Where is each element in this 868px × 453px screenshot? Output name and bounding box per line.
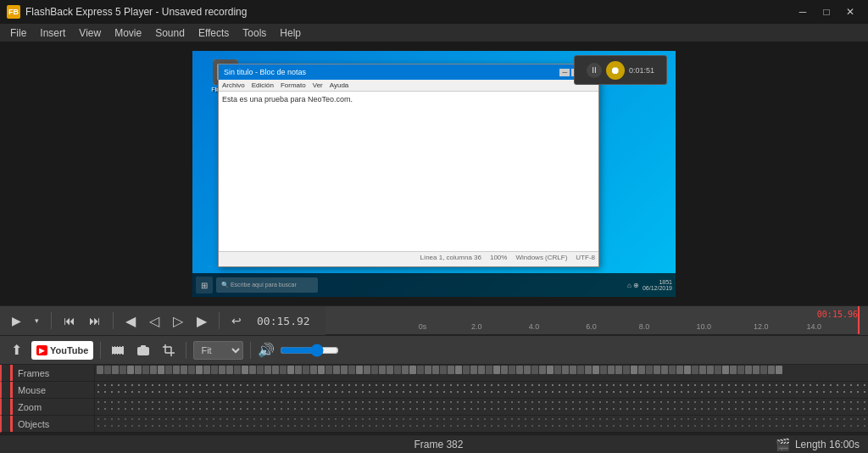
svg-rect-4 (120, 344, 122, 347)
close-button[interactable]: ✕ (839, 3, 861, 20)
notepad-window: Sin titulo - Bloc de notas ─ □ ✕ Archivo… (218, 64, 599, 267)
frame-block (242, 366, 248, 374)
frame-block (348, 366, 355, 374)
frame-block (593, 366, 599, 374)
separator-2 (113, 312, 114, 329)
film-strip-button[interactable] (108, 342, 128, 359)
frame-block (318, 366, 325, 374)
frame-block (226, 366, 233, 374)
frame-block (455, 366, 462, 374)
volume-slider[interactable] (280, 344, 339, 357)
window-controls: ─ □ ✕ (792, 3, 861, 20)
skip-to-start-button[interactable]: ⏮ (60, 312, 79, 329)
step-fwd2-button[interactable]: ▶ (193, 311, 210, 331)
mouse-track-content (95, 382, 868, 398)
menu-help[interactable]: Help (273, 24, 308, 42)
crop-button[interactable] (159, 342, 179, 359)
separator-toolbar-3 (250, 342, 251, 359)
frame-block (341, 366, 348, 374)
youtube-icon: ▶ (36, 345, 47, 355)
menu-sound[interactable]: Sound (148, 24, 192, 42)
step-back-button[interactable]: ◀ (122, 311, 139, 331)
frame-block (364, 366, 370, 374)
frame-block (356, 366, 363, 374)
length-label: Length 16:00s (795, 439, 860, 450)
notepad-title: Sin titulo - Bloc de notas (224, 68, 306, 76)
notepad-menubar: Archivo Edición Formato Ver Ayuda (219, 80, 598, 92)
frame-block (570, 366, 576, 374)
mouse-track: Mouse (0, 382, 868, 399)
frame-block (539, 366, 546, 374)
timecode-display: 00:15.92 (257, 315, 310, 327)
objects-track: Objects (0, 416, 868, 433)
frame-block (699, 366, 706, 374)
frame-block (409, 366, 416, 374)
frame-block (585, 366, 592, 374)
upload-button[interactable]: ⬆ (7, 339, 26, 361)
menu-insert[interactable]: Insert (33, 24, 72, 42)
step-back2-button[interactable]: ◁ (146, 311, 163, 331)
play-dropdown[interactable]: ▾ (31, 315, 42, 327)
frame-block (211, 366, 218, 374)
frame-block (509, 366, 515, 374)
svg-rect-0 (112, 346, 124, 355)
frame-block (394, 366, 401, 374)
menu-movie[interactable]: Movie (108, 24, 148, 42)
frame-block (516, 366, 523, 374)
frame-block (310, 366, 317, 374)
frame-block (173, 366, 180, 374)
minimize-button[interactable]: ─ (792, 3, 814, 20)
frame-block (219, 366, 225, 374)
svg-rect-6 (115, 354, 117, 356)
frame-block (722, 366, 729, 374)
skip-to-end-button[interactable]: ⏭ (86, 312, 104, 329)
zoom-track: Zoom (0, 399, 868, 416)
rotate-button[interactable]: ↩ (228, 312, 245, 329)
frame-block (547, 366, 554, 374)
status-right: 🎬 Length 16:00s (776, 438, 860, 451)
frame-block (440, 366, 447, 374)
status-bar: Frame 382 🎬 Length 16:00s (0, 434, 868, 453)
notepad-titlebar: Sin titulo - Bloc de notas ─ □ ✕ (219, 64, 598, 80)
video-area: NeoTeo FlashBack Sin titulo - Bloc de no… (0, 42, 868, 305)
frame-block (676, 366, 683, 374)
svg-rect-11 (141, 345, 146, 348)
frame-block (196, 366, 203, 374)
frame-block (112, 366, 119, 374)
separator-3 (219, 312, 220, 329)
frame-block (142, 366, 149, 374)
frame-block (463, 366, 470, 374)
menu-tools[interactable]: Tools (236, 24, 273, 42)
frame-block (753, 366, 760, 374)
frame-block (600, 366, 607, 374)
separator-toolbar-1 (100, 342, 101, 359)
menu-view[interactable]: View (72, 24, 108, 42)
step-fwd-button[interactable]: ▷ (170, 311, 186, 331)
menu-effects[interactable]: Effects (192, 24, 236, 42)
objects-track-content (95, 416, 868, 432)
status-center: Frame 382 (102, 439, 776, 450)
youtube-button[interactable]: ▶ YouTube (31, 341, 93, 360)
frame-block (249, 366, 256, 374)
length-icon: 🎬 (776, 438, 790, 451)
frame-block (188, 366, 195, 374)
frame-block (402, 366, 409, 374)
frame-block (768, 366, 775, 374)
frame-block (448, 366, 454, 374)
frame-block (669, 366, 676, 374)
camera-button[interactable] (133, 342, 153, 359)
frame-block (737, 366, 744, 374)
frame-block (203, 366, 210, 374)
frame-block (661, 366, 668, 374)
maximize-button[interactable]: □ (815, 3, 837, 20)
frame-block (417, 366, 424, 374)
mouse-track-label: Mouse (2, 382, 95, 398)
frames-track-content (95, 365, 868, 381)
frame-block (684, 366, 691, 374)
frame-block (387, 366, 393, 374)
play-button[interactable]: ▶ (8, 312, 25, 329)
zoom-track-label: Zoom (2, 399, 95, 415)
frame-block (638, 366, 645, 374)
fit-selector[interactable]: Fit 100% 50% 200% (193, 341, 243, 360)
menu-file[interactable]: File (3, 24, 33, 42)
